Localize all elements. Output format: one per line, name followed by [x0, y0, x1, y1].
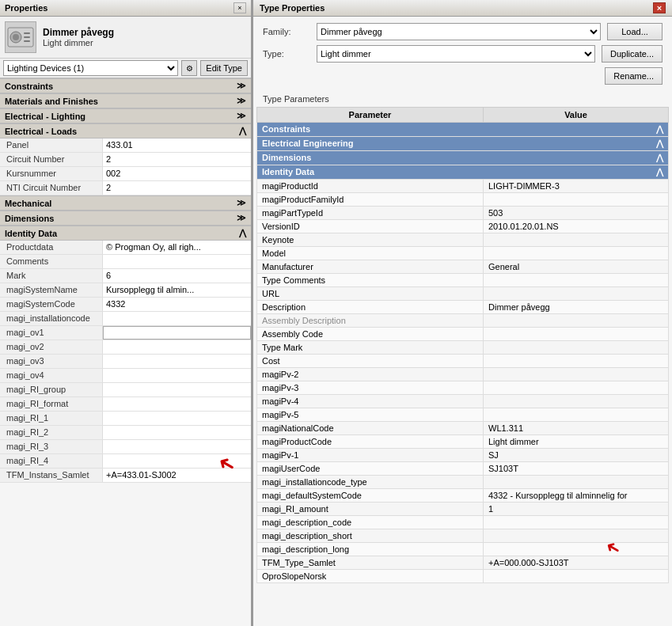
type-table: Parameter Value Constraints ⋀ Electrical…	[256, 107, 669, 626]
param-cell: Assembly Description	[257, 314, 484, 328]
param-cell: magiPv-5	[257, 408, 484, 422]
param-cell: magiUserCode	[257, 462, 484, 476]
prop-magi-ri1: magi_RI_1	[0, 412, 251, 426]
value-cell	[484, 395, 669, 408]
family-select[interactable]: Dimmer påvegg	[317, 23, 601, 40]
prop-nti-circuit: NTI Circuit Number 2	[0, 181, 251, 195]
device-title: Dimmer påvegg	[43, 27, 114, 38]
value-cell	[484, 408, 669, 422]
section-electrical-lighting[interactable]: Electrical - Lighting ≫	[0, 108, 251, 123]
param-cell: URL	[257, 287, 484, 301]
type-row: Type: Light dimmer Duplicate...	[263, 45, 663, 63]
prop-magi-ov2: magi_ov2	[0, 340, 251, 355]
section-materials[interactable]: Materials and Finishes ≫	[0, 93, 251, 108]
left-title: Properties	[5, 3, 47, 13]
prop-magi-system-code: magiSystemCode 4332	[0, 298, 251, 312]
param-cell: magi_installationcode_type	[257, 476, 484, 489]
value-cell	[484, 529, 669, 543]
param-cell: VersionID	[257, 220, 484, 233]
value-cell: Light dimmer	[484, 435, 669, 449]
section-constraints[interactable]: Constraints ≫	[0, 78, 251, 93]
type-select[interactable]: Light dimmer	[317, 45, 595, 63]
param-cell: Cost	[257, 355, 484, 368]
table-row: Cost	[257, 355, 669, 368]
section-row-dimensions[interactable]: Dimensions ⋀	[257, 151, 669, 165]
value-cell: SJ103T	[484, 462, 669, 476]
param-cell: Description	[257, 301, 484, 314]
value-cell	[484, 381, 669, 395]
category-dropdown[interactable]: Lighting Devices (1)	[3, 60, 178, 76]
value-cell	[484, 355, 669, 368]
right-panel: Type Properties × Family: Dimmer påvegg …	[252, 0, 672, 626]
param-cell: Type Comments	[257, 274, 484, 287]
section-dimensions[interactable]: Dimensions ≫	[0, 211, 251, 226]
value-cell: LIGHT-DIMMER-3	[484, 180, 669, 193]
section-identity-data[interactable]: Identity Data ⋀	[0, 226, 251, 241]
value-cell: Dimmer påvegg	[484, 301, 669, 314]
section-electrical-loads[interactable]: Electrical - Loads ⋀	[0, 123, 251, 138]
param-cell: Assembly Code	[257, 328, 484, 341]
prop-magi-ri3: magi_RI_3	[0, 440, 251, 454]
device-icon	[5, 21, 36, 53]
param-cell: magiPv-3	[257, 381, 484, 395]
settings-icon-btn[interactable]: ⚙	[181, 60, 197, 76]
params-table: Parameter Value Constraints ⋀ Electrical…	[256, 107, 669, 583]
section-row-electrical-engineering[interactable]: Electrical Engineering ⋀	[257, 137, 669, 151]
load-button[interactable]: Load...	[607, 23, 663, 40]
table-row: magiPv-2	[257, 368, 669, 381]
value-cell: General	[484, 260, 669, 274]
prop-panel: Panel 433.01	[0, 138, 251, 153]
value-cell	[484, 341, 669, 355]
table-row: magi_defaultSystemCode 4332 - Kursoppleg…	[257, 489, 669, 503]
prop-comments: Comments	[0, 255, 251, 269]
family-row: Family: Dimmer påvegg Load...	[263, 23, 663, 40]
table-row: Assembly Code	[257, 328, 669, 341]
section-row-identity-data[interactable]: Identity Data ⋀	[257, 165, 669, 180]
table-row: Model	[257, 247, 669, 260]
table-row: magiPv-1 SJ	[257, 449, 669, 462]
type-params-label: Type Parameters	[253, 91, 672, 107]
table-row: Type Comments	[257, 274, 669, 287]
table-row: magi_description_short	[257, 529, 669, 543]
duplicate-button[interactable]: Duplicate...	[602, 45, 663, 63]
value-cell: 1	[484, 503, 669, 516]
left-close-button[interactable]: ×	[233, 2, 246, 13]
param-cell: Type Mark	[257, 341, 484, 355]
table-row: magi_description_long ➜	[257, 543, 669, 556]
section-row-constraints[interactable]: Constraints ⋀	[257, 123, 669, 137]
value-cell	[484, 476, 669, 489]
param-cell: Model	[257, 247, 484, 260]
param-cell: magi_description_long	[257, 543, 484, 556]
table-row: Type Mark	[257, 341, 669, 355]
value-header: Value	[484, 108, 669, 123]
rename-button[interactable]: Rename...	[605, 67, 663, 85]
table-row: Keynote	[257, 233, 669, 247]
type-props-close-button[interactable]: ×	[653, 2, 666, 13]
param-cell: magi_description_short	[257, 529, 484, 543]
device-subtitle: Light dimmer	[43, 38, 114, 47]
edit-type-button[interactable]: Edit Type	[200, 60, 248, 76]
prop-magi-ri4: magi_RI_4 ➜	[0, 454, 251, 469]
svg-rect-5	[24, 40, 30, 42]
prop-magi-ri-group: magi_RI_group	[0, 383, 251, 397]
prop-magi-ov1: magi_ov1	[0, 326, 251, 340]
prop-magi-installation: magi_installationcode	[0, 312, 251, 326]
panel-toolbar: Lighting Devices (1) ⚙ Edit Type	[0, 59, 251, 78]
type-label: Type:	[263, 49, 310, 59]
prop-productdata: Productdata © Progman Oy, all righ...	[0, 241, 251, 255]
value-cell	[484, 247, 669, 260]
value-cell	[484, 233, 669, 247]
param-cell: magiProductFamilyId	[257, 193, 484, 207]
table-row: magiPv-4	[257, 395, 669, 408]
prop-mark: Mark 6	[0, 269, 251, 283]
value-cell: ➜	[484, 543, 669, 556]
type-props-title: Type Properties	[260, 3, 325, 13]
param-cell: magiNationalCode	[257, 422, 484, 435]
param-cell: Manufacturer	[257, 260, 484, 274]
prop-kursnummer: Kursnummer 002	[0, 167, 251, 181]
svg-rect-4	[24, 36, 30, 38]
param-cell: magiProductCode	[257, 435, 484, 449]
param-header: Parameter	[257, 108, 484, 123]
value-cell	[484, 368, 669, 381]
section-mechanical[interactable]: Mechanical ≫	[0, 195, 251, 211]
